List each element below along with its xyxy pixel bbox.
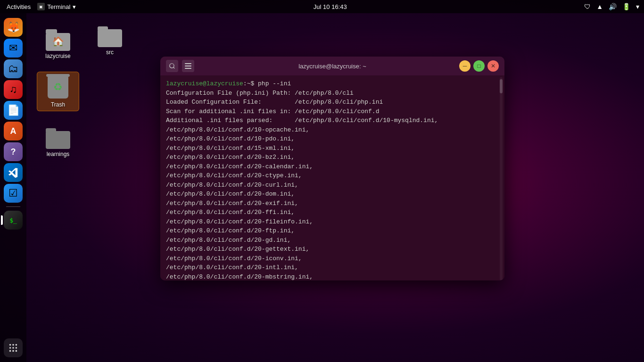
dock-item-files[interactable]: 🗂 — [4, 59, 23, 78]
volume-icon[interactable]: 🔊 — [609, 3, 617, 10]
terminal-output-line: /etc/php/8.0/cli/conf.d/20-gettext.ini, — [166, 245, 499, 254]
terminal-body[interactable]: lazycruise@lazycruise:~$ php --iniConfig… — [160, 75, 504, 280]
trash-icon: ♻ — [46, 75, 70, 99]
desktop-icon-lazycruise[interactable]: 🏠 lazycruise — [37, 24, 79, 62]
terminal-output-line: /etc/php/8.0/cli/conf.d/20-mbstring.ini, — [166, 272, 499, 281]
desktop-icon-learnings[interactable]: learnings — [37, 125, 79, 160]
terminal-output-line: Configuration File (php.ini) Path: /etc/… — [166, 89, 499, 98]
dock: 🦊 ✉ 🗂 ♫ 📄 A ? ☑ $_ — [0, 13, 26, 362]
hamburger-line-2 — [185, 66, 191, 66]
terminal-label: Terminal — [47, 3, 70, 10]
terminal-scrollbar[interactable] — [500, 75, 504, 280]
terminal-taskbar-icon: ▣ — [37, 3, 45, 10]
terminal-titlebar: lazycruise@lazycruise: ~ ─ □ ✕ — [160, 57, 504, 75]
dock-item-show-apps[interactable] — [4, 338, 23, 357]
terminal-output-line: /etc/php/8.0/cli/conf.d/20-ctype.ini, — [166, 171, 499, 181]
desktop-icon-trash[interactable]: ♻ Trash — [37, 72, 79, 111]
dock-item-help[interactable]: ? — [4, 142, 23, 161]
dock-item-firefox[interactable]: 🦊 — [4, 18, 23, 37]
dock-item-email[interactable]: ✉ — [4, 39, 23, 58]
svg-point-3 — [9, 347, 11, 349]
terminal-output-line: /etc/php/8.0/cli/conf.d/20-bz2.ini, — [166, 153, 499, 162]
desktop-icon-src[interactable]: src — [89, 24, 131, 58]
desktop-icon-learnings-label: learnings — [47, 151, 70, 157]
system-menu-icon[interactable]: ▾ — [636, 3, 639, 10]
terminal-output-line: /etc/php/8.0/cli/conf.d/20-ftp.ini, — [166, 226, 499, 236]
terminal-search-button[interactable] — [166, 60, 178, 72]
dock-separator — [6, 206, 20, 207]
minimize-button[interactable]: ─ — [459, 60, 471, 72]
titlebar-left-controls — [166, 60, 194, 72]
svg-point-2 — [16, 344, 17, 346]
dock-item-software[interactable]: A — [4, 122, 23, 140]
terminal-output-line: /etc/php/8.0/cli/conf.d/20-dom.ini, — [166, 189, 499, 199]
dock-item-tasks[interactable]: ☑ — [4, 184, 23, 203]
terminal-output-line: /etc/php/8.0/cli/conf.d/20-calendar.ini, — [166, 162, 499, 172]
wifi-icon[interactable]: ▲ — [596, 3, 603, 10]
desktop-icon-src-label: src — [106, 49, 114, 56]
terminal-output-line: /etc/php/8.0/cli/conf.d/15-xml.ini, — [166, 144, 499, 153]
maximize-button[interactable]: □ — [473, 60, 485, 72]
desktop-icon-trash-label: Trash — [51, 101, 65, 108]
system-tray: 🛡 ▲ 🔊 🔋 ▾ — [584, 3, 639, 10]
terminal-output-line: /etc/php/8.0/cli/conf.d/20-iconv.ini, — [166, 254, 499, 263]
dock-item-vscode[interactable] — [4, 163, 23, 182]
terminal-title: lazycruise@lazycruise: ~ — [298, 63, 366, 70]
datetime-display[interactable]: Jul 10 16:43 — [314, 3, 347, 10]
folder-src-icon — [98, 26, 122, 47]
terminal-output-line: Additional .ini files parsed: /etc/php/8… — [166, 116, 499, 125]
home-symbol-icon: 🏠 — [52, 36, 64, 47]
terminal-output-line: /etc/php/8.0/cli/conf.d/20-curl.ini, — [166, 181, 499, 190]
vpn-icon[interactable]: 🛡 — [584, 3, 591, 10]
terminal-command-line: lazycruise@lazycruise:~$ php --ini — [166, 79, 499, 89]
terminal-output-line: /etc/php/8.0/cli/conf.d/20-exif.ini, — [166, 199, 499, 208]
hamburger-line-3 — [185, 68, 191, 69]
svg-point-4 — [12, 347, 14, 349]
terminal-output-line: /etc/php/8.0/cli/conf.d/20-gd.ini, — [166, 236, 499, 245]
hamburger-line-1 — [185, 63, 191, 64]
svg-point-7 — [12, 350, 14, 352]
terminal-output-line: Scan for additional .ini files in: /etc/… — [166, 107, 499, 116]
svg-point-6 — [9, 350, 11, 352]
terminal-indicator[interactable]: ▣ Terminal ▾ — [37, 3, 76, 10]
dock-item-terminal[interactable]: $_ — [4, 211, 23, 230]
close-button[interactable]: ✕ — [487, 60, 499, 72]
dock-item-rhythmbox[interactable]: ♫ — [4, 80, 23, 99]
svg-point-8 — [16, 350, 17, 352]
svg-point-0 — [9, 344, 11, 346]
terminal-output-line: Loaded Configuration File: /etc/php/8.0/… — [166, 98, 499, 107]
top-panel: Activities ▣ Terminal ▾ Jul 10 16:43 🛡 ▲… — [0, 0, 644, 13]
terminal-output-line: /etc/php/8.0/cli/conf.d/10-pdo.ini, — [166, 134, 499, 144]
scrollbar-track — [500, 77, 503, 280]
battery-icon[interactable]: 🔋 — [622, 3, 630, 10]
terminal-output-line: /etc/php/8.0/cli/conf.d/20-ffi.ini, — [166, 208, 499, 217]
desktop-icon-lazycruise-label: lazycruise — [45, 53, 70, 59]
home-folder-icon: 🏠 — [46, 26, 70, 51]
desktop-icons-area: 🏠 lazycruise src ♻ — [32, 19, 136, 165]
terminal-output-line: /etc/php/8.0/cli/conf.d/20-fileinfo.ini, — [166, 217, 499, 227]
svg-line-10 — [173, 67, 175, 69]
dock-item-text-editor[interactable]: 📄 — [4, 101, 23, 120]
titlebar-window-controls: ─ □ ✕ — [459, 60, 499, 72]
terminal-menu-button[interactable] — [182, 60, 194, 72]
svg-point-9 — [170, 64, 174, 68]
scrollbar-thumb[interactable] — [500, 79, 503, 93]
terminal-output-line: /etc/php/8.0/cli/conf.d/10-opcache.ini, — [166, 125, 499, 135]
svg-point-1 — [12, 344, 14, 346]
svg-point-5 — [16, 347, 17, 349]
activities-button[interactable]: Activities — [5, 3, 33, 10]
terminal-window: lazycruise@lazycruise: ~ ─ □ ✕ lazycruis… — [160, 57, 504, 280]
terminal-output-line: /etc/php/8.0/cli/conf.d/20-intl.ini, — [166, 263, 499, 272]
chevron-down-icon: ▾ — [73, 3, 76, 10]
folder-learnings-icon — [46, 128, 70, 149]
desktop: Activities ▣ Terminal ▾ Jul 10 16:43 🛡 ▲… — [0, 0, 644, 362]
